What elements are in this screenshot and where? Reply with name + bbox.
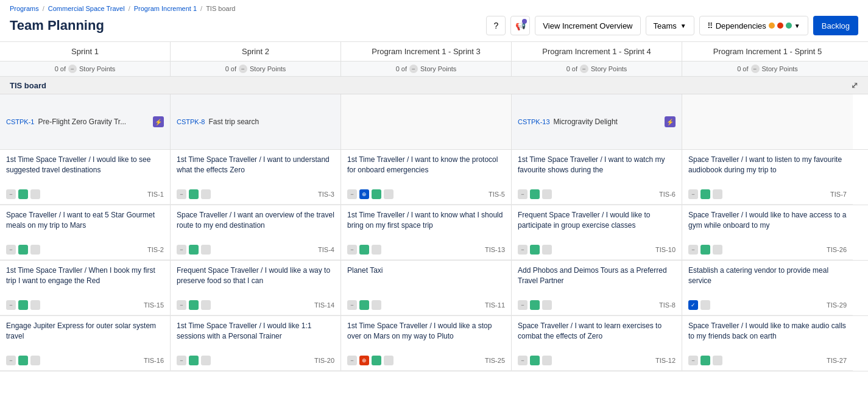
sprint-header-1: Sprint 1: [0, 42, 171, 61]
section-header: TIS board ⤢: [0, 77, 868, 94]
si-grey: [542, 245, 552, 255]
si-green: [18, 245, 28, 255]
si-grey: [30, 356, 40, 365]
view-increment-button[interactable]: View Increment Overview: [535, 16, 640, 35]
section-title: TIS board: [10, 81, 46, 90]
story-row-1: 1st Time Space Traveller / I would like …: [0, 150, 868, 205]
si-grey: [384, 356, 393, 365]
story-row-2: Space Traveller / I want to eat 5 Star G…: [0, 205, 868, 261]
breadcrumb-space-travel[interactable]: Commercial Space Travel: [48, 5, 125, 12]
story-card-tis14: Frequent Space Traveller / I would like …: [171, 261, 341, 315]
si-minus[interactable]: −: [518, 245, 528, 255]
si-minus[interactable]: −: [6, 300, 16, 310]
si-green: [359, 300, 369, 310]
teams-label: Teams: [654, 21, 677, 30]
si-grey: [542, 189, 552, 199]
si-minus[interactable]: −: [6, 356, 16, 365]
sprint-header-4: Program Increment 1 - Sprint 4: [512, 42, 682, 61]
breadcrumb-programs[interactable]: Programs: [10, 5, 39, 12]
si-grey: [201, 189, 211, 199]
points-row: 0 of − Story Points 0 of − Story Points …: [0, 61, 868, 77]
story-card-tis6: 1st Time Space Traveller / I want to wat…: [512, 150, 682, 205]
board-section: TIS board ⤢: [0, 77, 868, 94]
sprint-header-5: Program Increment 1 - Sprint 5: [682, 42, 853, 61]
epic-tag-4[interactable]: CSTPK-13: [518, 118, 550, 125]
story-icon-minus[interactable]: −: [6, 189, 16, 199]
collapse-icon[interactable]: ⤢: [851, 80, 858, 90]
header-actions: ? 📢 View Increment Overview Teams ▼ ⠿ De…: [486, 16, 858, 35]
notifications-button[interactable]: 📢: [510, 16, 530, 35]
points-minus-3[interactable]: −: [409, 65, 418, 73]
si-green: [18, 356, 28, 365]
sprint-headers: Sprint 1 Sprint 2 Program Increment 1 - …: [0, 42, 868, 61]
dependencies-button[interactable]: ⠿ Dependencies ▼: [699, 16, 808, 35]
si-minus[interactable]: −: [518, 300, 528, 310]
epic-tag-1[interactable]: CSTPK-1: [6, 118, 34, 125]
si-minus[interactable]: −: [688, 356, 698, 365]
si-grey: [713, 245, 722, 255]
story-card-tis20: 1st Time Space Traveller / I would like …: [171, 316, 341, 371]
si-minus[interactable]: −: [177, 245, 186, 255]
si-green: [372, 189, 381, 199]
points-minus-2[interactable]: −: [239, 65, 247, 73]
dep-dot-green: [786, 23, 792, 29]
si-minus[interactable]: −: [518, 189, 528, 199]
breadcrumb: Programs / Commercial Space Travel / Pro…: [10, 5, 858, 12]
si-minus[interactable]: −: [347, 189, 357, 199]
si-minus[interactable]: −: [688, 189, 698, 199]
si-grey: [372, 245, 381, 255]
si-green: [18, 300, 28, 310]
notification-dot: [522, 19, 527, 24]
story-card-tis25: 1st Time Space Traveller / I would like …: [341, 316, 512, 371]
si-minus[interactable]: −: [177, 189, 186, 199]
si-green: [189, 245, 199, 255]
dependencies-label: Dependencies: [716, 21, 766, 30]
help-button[interactable]: ?: [486, 16, 506, 35]
backlog-button[interactable]: Backlog: [813, 16, 858, 35]
story-footer-tis1: − TIS-1: [6, 189, 164, 199]
story-text-tis1: 1st Time Space Traveller / I would like …: [6, 155, 164, 186]
si-minus[interactable]: −: [177, 356, 186, 365]
sprint-header-3: Program Increment 1 - Sprint 3: [341, 42, 512, 61]
si-minus[interactable]: −: [347, 300, 357, 310]
points-minus-5[interactable]: −: [751, 65, 760, 73]
story-card-tis4: Space Traveller / I want an overview of …: [171, 205, 341, 260]
si-green: [189, 189, 199, 199]
epic-cell-4: CSTPK-13 Microgravity Delight ⚡: [512, 94, 682, 149]
points-minus-1[interactable]: −: [68, 65, 77, 73]
story-card-tis29: Establish a catering vendor to provide m…: [682, 261, 853, 315]
story-card-tis27: Space Traveller / I would like to make a…: [682, 316, 853, 371]
question-icon: ?: [493, 21, 498, 30]
si-minus[interactable]: −: [518, 356, 528, 365]
si-green: [530, 356, 540, 365]
hierarchy-icon: ⠿: [707, 21, 713, 30]
epic-cell-5: [682, 94, 853, 149]
points-minus-4[interactable]: −: [580, 65, 588, 73]
story-card-tis7: Space Traveller / I want to listen to my…: [682, 150, 853, 205]
si-minus[interactable]: −: [177, 300, 186, 310]
story-card-tis2: Space Traveller / I want to eat 5 Star G…: [0, 205, 171, 260]
story-card-tis3: 1st Time Space Traveller / I want to und…: [171, 150, 341, 205]
points-cell-2: 0 of − Story Points: [171, 61, 341, 76]
si-grey: [713, 356, 722, 365]
epic-tag-2[interactable]: CSTPK-8: [177, 118, 205, 125]
teams-button[interactable]: Teams ▼: [646, 16, 694, 35]
si-green: [189, 300, 199, 310]
breadcrumb-pi1[interactable]: Program Increment 1: [134, 5, 197, 12]
si-green: [189, 356, 199, 365]
si-minus[interactable]: −: [688, 245, 698, 255]
si-minus[interactable]: −: [6, 245, 16, 255]
story-icon-grey: [30, 189, 40, 199]
si-green: [700, 245, 710, 255]
dep-dot-red: [777, 23, 783, 29]
epic-icon-1: ⚡: [153, 116, 164, 127]
si-grey: [30, 300, 40, 310]
story-card-tis8: Add Phobos and Deimos Tours as a Preferr…: [512, 261, 682, 315]
si-minus[interactable]: −: [347, 245, 357, 255]
si-network: ⊕: [359, 189, 369, 199]
si-minus[interactable]: −: [347, 356, 357, 365]
si-green: [372, 356, 381, 365]
story-card-tis11: Planet Taxi − TIS-11: [341, 261, 512, 315]
points-cell-4: 0 of − Story Points: [512, 61, 682, 76]
si-check: ✓: [688, 300, 698, 310]
